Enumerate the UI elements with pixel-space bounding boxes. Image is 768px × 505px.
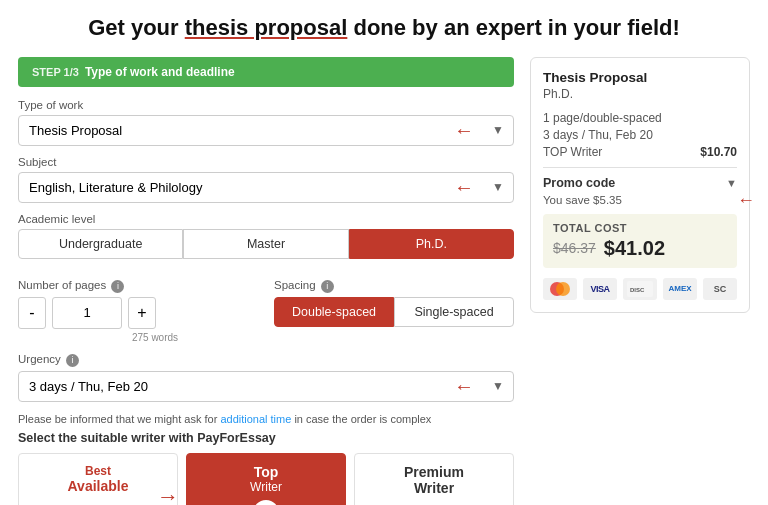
words-count: 275 words xyxy=(52,332,258,343)
spacing-buttons: Double-spaced Single-spaced xyxy=(274,297,514,327)
payment-sc: SC xyxy=(703,278,737,300)
writer-select-label: Select the suitable writer with PayForEs… xyxy=(18,431,514,445)
premium-line2: Writer xyxy=(363,480,505,496)
level-phd[interactable]: Ph.D. xyxy=(349,229,514,259)
premium-line1: Premium xyxy=(363,464,505,480)
total-section: TOTAL COST $46.37 $41.02 xyxy=(543,214,737,268)
academic-level-buttons: Undergraduate Master Ph.D. xyxy=(18,229,514,259)
heading-pre: Get your xyxy=(88,15,185,40)
spacing-double[interactable]: Double-spaced xyxy=(274,297,394,327)
pages-label: Number of pages i xyxy=(18,279,258,293)
summary-subtitle: Ph.D. xyxy=(543,87,737,101)
step-number: STEP 1/3 xyxy=(32,66,79,78)
spacing-single[interactable]: Single-spaced xyxy=(394,297,514,327)
divider1 xyxy=(543,167,737,168)
spacing-section: Spacing i Double-spaced Single-spaced xyxy=(274,269,514,327)
savings-arrow: ← xyxy=(737,189,755,210)
summary-writer-row: TOP Writer $10.70 xyxy=(543,145,737,159)
writer-card-premium[interactable]: Premium Writer xyxy=(354,453,514,505)
type-of-work-select[interactable]: Thesis Proposal xyxy=(18,115,514,146)
payment-icons: VISA DISC AMEX SC xyxy=(543,278,737,300)
notice-link[interactable]: additional time xyxy=(220,413,291,425)
pages-minus-button[interactable]: - xyxy=(18,297,46,329)
payment-amex: AMEX xyxy=(663,278,697,300)
order-summary: Thesis Proposal Ph.D. 1 page/double-spac… xyxy=(530,57,750,313)
step-bar: STEP 1/3 Type of work and deadline xyxy=(18,57,514,87)
level-undergraduate[interactable]: Undergraduate xyxy=(18,229,183,259)
summary-detail2: 3 days / Thu, Feb 20 xyxy=(543,128,737,142)
subject-select[interactable]: English, Literature & Philology xyxy=(18,172,514,203)
spacing-label: Spacing i xyxy=(274,279,514,293)
type-of-work-label: Type of work xyxy=(18,99,514,111)
heading-post: done by an expert in your field! xyxy=(347,15,680,40)
total-prices: $46.37 $41.02 xyxy=(553,237,727,260)
payment-mastercard xyxy=(543,278,577,300)
savings-text: You save $5.35 xyxy=(543,194,622,206)
payment-discover: DISC xyxy=(623,278,657,300)
new-price: $41.02 xyxy=(604,237,665,260)
step-label: Type of work and deadline xyxy=(85,65,235,79)
top-line2: Writer xyxy=(195,480,337,494)
promo-row: Promo code ▼ xyxy=(543,176,737,190)
best-line2: Available xyxy=(27,478,169,494)
type-of-work-wrapper: Thesis Proposal ▼ ← xyxy=(18,115,514,146)
svg-point-1 xyxy=(556,282,570,296)
urgency-select[interactable]: 3 days / Thu, Feb 20 xyxy=(18,371,514,402)
urgency-label: Urgency i xyxy=(18,353,514,367)
notice-text: Please be informed that we might ask for… xyxy=(18,412,514,427)
old-price: $46.37 xyxy=(553,240,596,256)
level-master[interactable]: Master xyxy=(183,229,348,259)
writer-cards: Best Available → Top Writer №1choice Pre… xyxy=(18,453,514,505)
choice-badge: №1choice xyxy=(251,498,281,505)
summary-writer-type: TOP Writer xyxy=(543,145,602,159)
summary-title: Thesis Proposal xyxy=(543,70,737,85)
promo-chevron-icon[interactable]: ▼ xyxy=(726,177,737,189)
urgency-wrapper: 3 days / Thu, Feb 20 ▼ ← xyxy=(18,371,514,402)
summary-writer-price: $10.70 xyxy=(700,145,737,159)
svg-text:DISC: DISC xyxy=(630,287,645,293)
payment-visa: VISA xyxy=(583,278,617,300)
spacing-info-icon[interactable]: i xyxy=(321,280,334,293)
savings-row: You save $5.35 ← xyxy=(543,194,737,206)
promo-label: Promo code xyxy=(543,176,615,190)
top-writer-arrow: → xyxy=(157,484,179,505)
pages-plus-button[interactable]: + xyxy=(128,297,156,329)
best-line1: Best xyxy=(27,464,169,478)
summary-detail1: 1 page/double-spaced xyxy=(543,111,737,125)
top-line1: Top xyxy=(195,464,337,480)
subject-wrapper: English, Literature & Philology ▼ ← xyxy=(18,172,514,203)
academic-level-label: Academic level xyxy=(18,213,514,225)
page-heading: Get your thesis proposal done by an expe… xyxy=(18,14,750,43)
pages-section: Number of pages i - + 275 words xyxy=(18,269,258,343)
urgency-info-icon[interactable]: i xyxy=(66,354,79,367)
heading-highlight: thesis proposal xyxy=(185,15,348,40)
subject-label: Subject xyxy=(18,156,514,168)
total-label: TOTAL COST xyxy=(553,222,727,234)
pages-control: - + xyxy=(18,297,258,329)
writer-card-top[interactable]: → Top Writer №1choice xyxy=(186,453,346,505)
pages-info-icon[interactable]: i xyxy=(111,280,124,293)
urgency-row: Urgency i 3 days / Thu, Feb 20 ▼ ← xyxy=(18,353,514,402)
pages-input[interactable] xyxy=(52,297,122,329)
writer-card-best[interactable]: Best Available xyxy=(18,453,178,505)
